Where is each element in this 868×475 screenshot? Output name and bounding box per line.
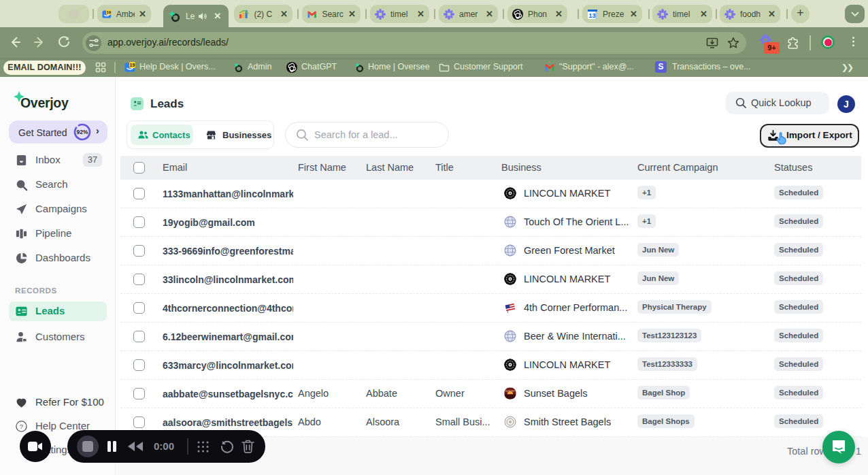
svg-text:92%: 92%: [76, 129, 88, 135]
svg-text:?: ?: [20, 423, 23, 430]
svg-text:SUNSET: SUNSET: [505, 390, 516, 393]
svg-text:13: 13: [589, 12, 596, 18]
svg-text:19: 19: [107, 10, 112, 14]
svg-text:19: 19: [130, 63, 135, 67]
